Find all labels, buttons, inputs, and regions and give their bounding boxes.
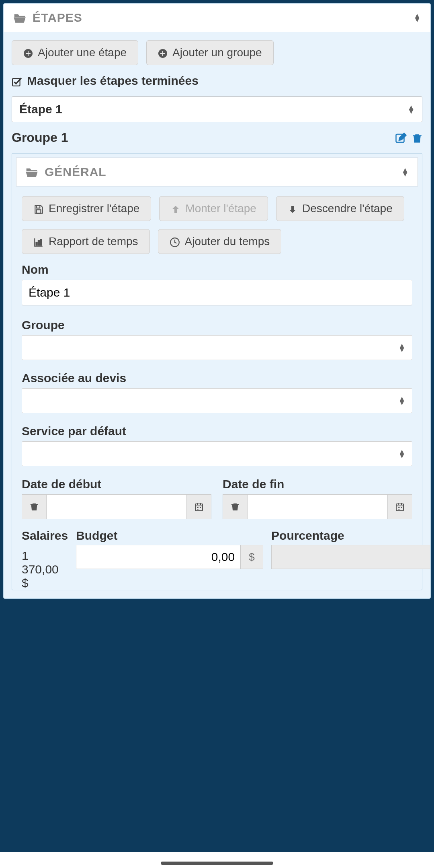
chevron-up-down-icon: ▲▼ — [398, 450, 405, 458]
svg-rect-8 — [40, 239, 41, 245]
general-panel: GÉNÉRAL ▲▼ Enregistrer l'étape — [12, 153, 422, 590]
move-down-button[interactable]: Descendre l'étape — [276, 196, 404, 221]
trash-icon[interactable] — [412, 131, 422, 144]
general-header-left: GÉNÉRAL — [25, 165, 106, 179]
salary-value: 1 370,00 $ — [22, 545, 68, 590]
folder-open-icon — [25, 166, 38, 178]
dollar-addon: $ — [241, 545, 263, 569]
start-date-picker-button[interactable] — [186, 494, 211, 519]
time-report-button[interactable]: Rapport de temps — [22, 229, 150, 254]
percent-input-group: % — [271, 545, 431, 569]
group-label: Groupe 1 — [12, 130, 68, 145]
general-title: GÉNÉRAL — [45, 165, 106, 179]
clear-start-date-button[interactable] — [22, 494, 47, 519]
service-label: Service par défaut — [22, 424, 412, 438]
save-icon — [33, 202, 44, 215]
sort-icon[interactable]: ▲▼ — [401, 168, 409, 176]
budget-col: Budget $ — [76, 529, 263, 590]
end-date-input[interactable] — [248, 494, 387, 519]
group-actions — [395, 131, 422, 144]
svg-rect-4 — [37, 205, 40, 208]
name-label: Nom — [22, 263, 412, 276]
budget-input[interactable] — [76, 545, 241, 569]
hide-completed-label: Masquer les étapes terminées — [27, 74, 199, 88]
clear-end-date-button[interactable] — [223, 494, 248, 519]
add-group-button[interactable]: Ajouter un groupe — [146, 40, 274, 65]
salary-col: Salaires 1 370,00 $ — [22, 529, 68, 590]
step-select-value: Étape 1 — [19, 102, 62, 116]
save-step-button[interactable]: Enregistrer l'étape — [22, 196, 151, 221]
etapes-header-left: ÉTAPES — [13, 11, 82, 25]
budget-input-group: $ — [76, 545, 263, 569]
save-step-label: Enregistrer l'étape — [49, 202, 139, 215]
svg-rect-5 — [37, 210, 41, 213]
sort-icon[interactable]: ▲▼ — [414, 14, 421, 22]
add-step-label: Ajouter une étape — [38, 46, 127, 59]
plus-circle-icon — [23, 46, 33, 59]
arrow-down-icon — [288, 202, 297, 215]
start-date-col: Date de début — [22, 477, 211, 519]
percent-label: Pourcentage — [271, 529, 431, 542]
salary-label: Salaires — [22, 529, 68, 542]
move-down-label: Descendre l'étape — [302, 202, 393, 215]
checkbox-checked-icon[interactable] — [12, 74, 22, 88]
clock-icon — [170, 235, 180, 248]
chevron-up-down-icon: ▲▼ — [398, 344, 405, 352]
end-date-col: Date de fin — [223, 477, 412, 519]
add-time-button[interactable]: Ajouter du temps — [158, 229, 282, 254]
etapes-panel: ÉTAPES ▲▼ Ajouter une étape Ajouter un g… — [3, 3, 431, 599]
start-date-label: Date de début — [22, 477, 211, 491]
budget-label: Budget — [76, 529, 263, 542]
plus-circle-icon — [158, 46, 168, 59]
general-buttons: Enregistrer l'étape Monter l'étape Desce… — [22, 196, 412, 254]
date-row: Date de début Date de fin — [22, 477, 412, 519]
hide-completed-row[interactable]: Masquer les étapes terminées — [12, 74, 422, 88]
general-body: Enregistrer l'étape Monter l'étape Desce… — [12, 186, 422, 590]
name-input[interactable] — [22, 280, 412, 305]
svg-rect-6 — [36, 242, 37, 246]
group-select[interactable]: ▲▼ — [22, 335, 412, 360]
add-time-label: Ajouter du temps — [185, 235, 270, 248]
svg-rect-7 — [38, 240, 39, 245]
time-report-label: Rapport de temps — [49, 235, 138, 248]
edit-icon[interactable] — [395, 131, 407, 144]
step-select[interactable]: Étape 1 ▲▼ — [12, 96, 422, 122]
percent-input[interactable] — [271, 545, 431, 569]
arrow-up-icon — [171, 202, 180, 215]
add-step-button[interactable]: Ajouter une étape — [12, 40, 138, 65]
end-date-label: Date de fin — [223, 477, 412, 491]
end-date-picker-button[interactable] — [387, 494, 412, 519]
move-up-button[interactable]: Monter l'étape — [159, 196, 268, 221]
quote-select[interactable]: ▲▼ — [22, 388, 412, 413]
svg-rect-2 — [12, 78, 20, 86]
start-date-input[interactable] — [47, 494, 186, 519]
group-field-label: Groupe — [22, 318, 412, 332]
group-row: Groupe 1 — [12, 130, 422, 145]
service-select[interactable]: ▲▼ — [22, 441, 412, 466]
chevron-up-down-icon: ▲▼ — [398, 397, 405, 405]
bar-chart-icon — [33, 235, 44, 248]
etapes-header[interactable]: ÉTAPES ▲▼ — [4, 4, 430, 32]
add-group-label: Ajouter un groupe — [172, 46, 262, 59]
percent-col: Pourcentage % — [271, 529, 431, 590]
etapes-buttons-row: Ajouter une étape Ajouter un groupe — [12, 40, 422, 65]
end-date-group — [223, 494, 412, 519]
general-header[interactable]: GÉNÉRAL ▲▼ — [16, 158, 418, 186]
footer-row: Salaires 1 370,00 $ Budget $ Pourcentage — [22, 529, 412, 590]
quote-label: Associée au devis — [22, 371, 412, 385]
etapes-body: Ajouter une étape Ajouter un groupe Masq… — [4, 32, 430, 598]
etapes-title: ÉTAPES — [33, 11, 82, 25]
move-up-label: Monter l'étape — [185, 202, 256, 215]
folder-open-icon — [13, 11, 26, 24]
start-date-group — [22, 494, 211, 519]
chevron-up-down-icon: ▲▼ — [407, 105, 415, 113]
